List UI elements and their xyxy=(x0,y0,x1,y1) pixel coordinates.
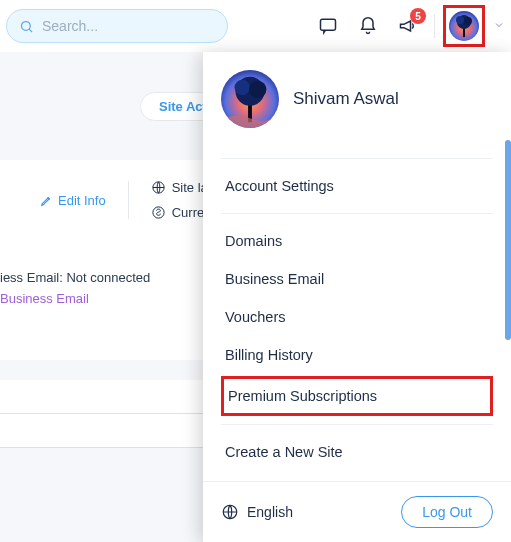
svg-point-6 xyxy=(464,17,472,25)
search-icon xyxy=(19,19,34,34)
menu-business-email[interactable]: Business Email xyxy=(221,260,493,298)
chat-button[interactable] xyxy=(310,8,346,44)
scrollbar[interactable] xyxy=(505,140,511,462)
user-menu-panel: Shivam Aswal Account Settings Domains Bu… xyxy=(203,52,511,542)
menu-help-center[interactable]: Help Center xyxy=(221,471,493,481)
notification-badge: 5 xyxy=(410,8,426,24)
chat-icon xyxy=(318,16,338,36)
language-selector[interactable]: English xyxy=(221,503,293,521)
logout-button[interactable]: Log Out xyxy=(401,496,493,528)
announce-button[interactable]: 5 xyxy=(390,8,426,44)
svg-line-1 xyxy=(29,29,32,32)
menu-premium-subscriptions[interactable]: Premium Subscriptions xyxy=(221,376,493,416)
menu-create-site[interactable]: Create a New Site xyxy=(221,433,493,471)
edit-info-label: Edit Info xyxy=(58,193,106,208)
svg-point-0 xyxy=(22,21,31,30)
language-label: English xyxy=(247,504,293,520)
edit-info-link[interactable]: Edit Info xyxy=(40,193,106,208)
search-input[interactable] xyxy=(42,18,215,34)
menu-billing-history[interactable]: Billing History xyxy=(221,336,493,374)
bell-icon xyxy=(358,16,378,36)
currency-row: Curre xyxy=(151,205,208,220)
svg-point-12 xyxy=(249,81,266,98)
divider xyxy=(434,14,435,38)
search-box[interactable] xyxy=(6,9,228,43)
divider xyxy=(128,181,129,219)
avatar-icon xyxy=(449,11,479,41)
currency-icon xyxy=(151,205,166,220)
user-avatar-button[interactable] xyxy=(443,5,485,47)
menu-account-settings[interactable]: Account Settings xyxy=(221,167,493,205)
globe-icon xyxy=(221,503,239,521)
user-avatar-large xyxy=(221,70,279,128)
globe-icon xyxy=(151,180,166,195)
chevron-down-icon[interactable] xyxy=(493,17,505,35)
site-language-row: Site la xyxy=(151,180,208,195)
user-name: Shivam Aswal xyxy=(293,89,399,109)
menu-domains[interactable]: Domains xyxy=(221,222,493,260)
menu-vouchers[interactable]: Vouchers xyxy=(221,298,493,336)
svg-rect-2 xyxy=(321,19,336,30)
bell-button[interactable] xyxy=(350,8,386,44)
svg-point-5 xyxy=(456,16,464,24)
svg-point-11 xyxy=(235,80,250,95)
pencil-icon xyxy=(40,194,53,207)
